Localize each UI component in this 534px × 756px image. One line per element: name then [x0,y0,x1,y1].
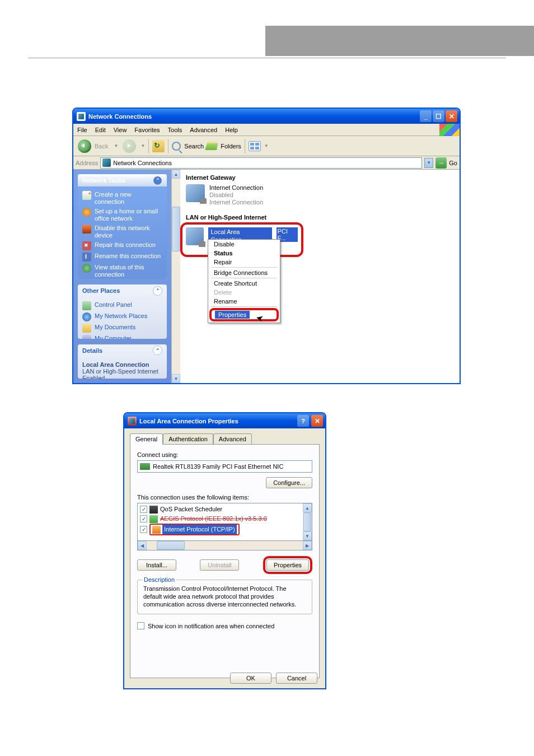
checkbox-checked-icon[interactable]: ✓ [140,526,147,533]
scroll-down-icon[interactable]: ▼ [303,531,312,540]
maximize-button[interactable]: ☐ [433,110,444,122]
menu-advanced[interactable]: Advanced [186,127,221,133]
item-aegis[interactable]: ✓ AEGIS Protocol (IEEE 802.1x) v3.5.3.0 [138,514,303,524]
description-group: Description Transmission Control Protoco… [137,580,312,614]
sidebar-item-create[interactable]: Create a new connection [82,190,162,207]
sidebar-item-status[interactable]: View status of this connection [82,263,162,279]
collapse-icon[interactable]: ⌃ [153,286,162,296]
sidebar-item-disable[interactable]: Disable this network device [82,223,162,240]
scroll-down-icon[interactable]: ▼ [172,374,180,383]
network-places-icon [82,312,91,321]
tab-advanced[interactable]: Advanced [213,433,252,445]
address-field[interactable]: Network Connections [100,157,422,169]
list-hscrollbar[interactable]: ◀ ▶ [137,541,312,550]
app-icon [77,112,86,121]
ok-button[interactable]: OK [230,673,271,684]
menu-edit[interactable]: Edit [91,127,110,133]
group-lan: LAN or High-Speed Internet [186,214,454,221]
close-button[interactable]: ✕ [446,110,457,122]
up-button[interactable] [152,140,165,152]
sidebar-item-computer[interactable]: My Computer [82,334,162,338]
show-icon-option[interactable]: Show icon in notification area when conn… [137,622,312,629]
menu-view[interactable]: View [110,127,131,133]
properties-highlight: Properties [263,556,312,574]
checkbox-unchecked-icon[interactable] [137,622,144,629]
description-legend: Description [142,576,176,583]
group-internet-gateway: Internet Gateway [186,174,454,181]
go-label[interactable]: Go [449,160,457,166]
scroll-up-icon[interactable]: ▲ [172,170,180,179]
forward-dropdown-icon[interactable]: ▼ [140,143,145,148]
go-button[interactable]: → [435,157,447,169]
toolbar-separator [148,139,149,153]
ctx-disable[interactable]: Disable [208,240,280,249]
app-icon [128,417,137,426]
nic-icon [140,463,150,470]
properties-button[interactable]: Properties [266,559,309,571]
back-button[interactable] [77,138,92,154]
install-button[interactable]: Install... [137,559,176,571]
ctx-delete: Delete [208,288,280,297]
folders-icon [207,142,217,150]
internet-connection-item[interactable]: Internet Connection Disabled Internet Co… [186,184,454,206]
computer-icon [82,335,91,338]
sidebar: Network Tasks ⌃ Create a new connection … [73,170,171,383]
toolbar-separator [245,139,245,153]
ctx-shortcut[interactable]: Create Shortcut [208,279,280,288]
item-qos[interactable]: ✓ QoS Packet Scheduler [138,505,303,514]
ctx-repair[interactable]: Repair [208,258,280,267]
tab-authentication[interactable]: Authentication [163,433,213,445]
address-dropdown-button[interactable]: ▼ [424,158,433,168]
sidebar-item-repair[interactable]: Repair this connection [82,240,162,251]
ctx-rename[interactable]: Rename [208,297,280,306]
tab-general[interactable]: General [130,433,163,445]
scroll-right-icon[interactable]: ▶ [303,541,312,550]
menu-help[interactable]: Help [221,127,242,133]
views-button[interactable] [249,141,261,151]
collapse-icon[interactable]: ⌃ [153,346,162,355]
checkbox-checked-icon[interactable]: ✓ [140,515,147,522]
minimize-button[interactable]: _ [420,110,432,122]
nic-field: Realtek RTL8139 Family PCI Fast Ethernet… [137,460,312,473]
menu-tools[interactable]: Tools [164,127,186,133]
forward-button[interactable] [121,138,137,154]
titlebar[interactable]: Local Area Connection Properties ? ✕ [124,413,325,428]
documents-icon [82,324,91,333]
close-button[interactable]: ✕ [311,415,323,427]
show-icon-label: Show icon in notification area when conn… [148,623,274,629]
ctx-bridge[interactable]: Bridge Connections [208,268,280,277]
menu-file[interactable]: File [73,127,91,133]
titlebar[interactable]: Network Connections _ ☐ ✕ [73,109,460,124]
sidebar-item-control-panel[interactable]: Control Panel [82,300,162,311]
scroll-thumb[interactable] [172,207,180,251]
scroll-thumb[interactable] [303,512,311,531]
help-button[interactable]: ? [297,415,309,427]
back-dropdown-icon[interactable]: ▼ [114,143,118,148]
sidebar-item-rename[interactable]: Rename this connection [82,251,162,263]
item-tcpip[interactable]: ✓ Internet Protocol (TCP/IP) [138,524,303,535]
sidebar-scrollbar[interactable]: ▲ ▼ [171,170,180,383]
scroll-thumb[interactable] [157,541,185,550]
search-button[interactable]: Search [184,143,204,150]
items-listbox[interactable]: ✓ QoS Packet Scheduler ✓ AEGIS Protocol … [137,503,312,541]
cancel-button[interactable]: Cancel [276,673,317,684]
menu-favorites[interactable]: Favorites [130,127,163,133]
list-scrollbar[interactable]: ▲ ▼ [303,503,312,540]
sidebar-item-network-places[interactable]: My Network Places [82,311,162,323]
sidebar-item-setup[interactable]: Set up a home or small office network [82,207,162,223]
ctx-status[interactable]: Status [208,249,280,258]
window-title: Network Connections [88,113,152,120]
views-dropdown-icon[interactable]: ▼ [264,143,269,148]
uses-label: This connection uses the following items… [137,494,312,501]
configure-button[interactable]: Configure... [266,477,312,488]
toolbar: Back ▼ ▼ Search Folders ▼ [73,136,460,156]
scheduler-icon [149,506,158,514]
scroll-left-icon[interactable]: ◀ [138,541,147,550]
folders-button[interactable]: Folders [221,143,241,150]
details-type: LAN or High-Speed Internet [82,368,158,375]
collapse-icon[interactable]: ⌃ [153,176,162,185]
scroll-up-icon[interactable]: ▲ [303,503,312,512]
sidebar-item-documents[interactable]: My Documents [82,323,162,334]
ctx-properties[interactable]: Properties [215,311,250,319]
checkbox-checked-icon[interactable]: ✓ [140,506,147,513]
